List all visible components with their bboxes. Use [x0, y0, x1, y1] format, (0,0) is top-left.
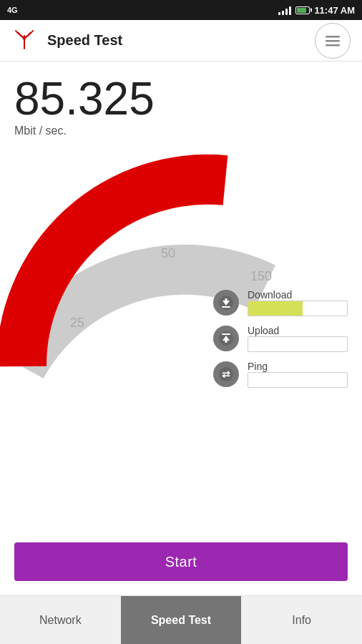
svg-rect-4	[326, 44, 340, 47]
nav-item-speedtest[interactable]: Speed Test	[121, 596, 242, 644]
download-icon	[213, 290, 239, 316]
upload-stat: Upload	[248, 325, 348, 352]
app-icon	[11, 28, 37, 54]
svg-text:150: 150	[250, 269, 272, 283]
menu-icon[interactable]	[315, 23, 351, 59]
network-type-label: 4G	[7, 6, 18, 14]
svg-rect-13	[222, 306, 230, 308]
svg-rect-2	[326, 36, 340, 38]
ping-label: Ping	[248, 361, 348, 372]
svg-text:25: 25	[70, 316, 84, 330]
download-bar	[248, 301, 348, 316]
upload-label: Upload	[248, 325, 348, 336]
status-time: 11:47 AM	[314, 5, 355, 16]
app-title: Speed Test	[47, 32, 315, 49]
ping-icon: ⇄	[213, 361, 239, 387]
status-bar: 4G 11:47 AM	[0, 0, 362, 20]
gauge-container: 2 10 25 50 150	[0, 130, 362, 402]
svg-rect-17	[222, 333, 230, 335]
upload-icon	[213, 326, 239, 351]
speed-value: 85.325	[14, 76, 348, 122]
nav-item-network[interactable]: Network	[0, 596, 121, 644]
svg-rect-16	[225, 339, 228, 343]
ping-bar	[248, 372, 348, 388]
stat-row-ping: ⇄ Ping	[213, 361, 348, 388]
upload-bar	[248, 336, 348, 352]
download-stat: Download	[248, 289, 348, 316]
battery-icon	[295, 6, 310, 14]
svg-text:⇄: ⇄	[222, 369, 230, 380]
bottom-nav: Network Speed Test Info	[0, 595, 362, 644]
stat-row-download: Download	[213, 289, 348, 316]
svg-rect-3	[326, 40, 340, 42]
nav-item-info[interactable]: Info	[241, 596, 362, 644]
app-header: Speed Test	[0, 20, 362, 62]
ping-stat: Ping	[248, 361, 348, 388]
svg-rect-12	[225, 298, 228, 302]
stat-row-upload: Upload	[213, 325, 348, 352]
speed-display: 85.325 Mbit / sec.	[0, 62, 362, 137]
start-button[interactable]: Start	[14, 542, 348, 581]
signal-strength-icon	[278, 5, 291, 15]
download-label: Download	[248, 289, 348, 301]
stats-panel: Download	[213, 289, 348, 388]
main-content: 85.325 Mbit / sec. 2 10 25 50	[0, 62, 362, 595]
svg-text:50: 50	[161, 246, 175, 260]
svg-point-1	[23, 36, 26, 39]
